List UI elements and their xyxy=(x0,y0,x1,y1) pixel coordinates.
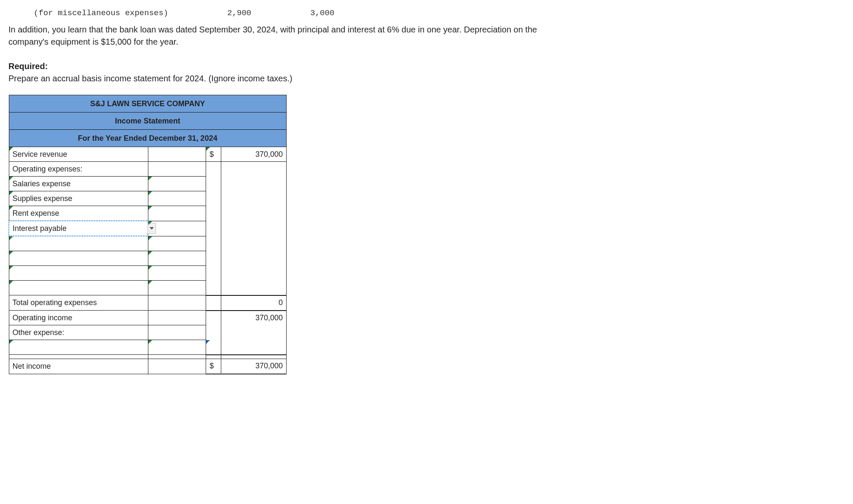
operating-income-value: 370,000 xyxy=(221,311,286,325)
income-statement-table: S&J LAWN SERVICE COMPANY Income Statemen… xyxy=(8,95,287,375)
supplies-value[interactable] xyxy=(148,191,206,206)
blank-value-3[interactable] xyxy=(148,266,206,281)
currency-symbol: $ xyxy=(206,147,221,162)
row-operating-income: Operating income xyxy=(9,311,148,325)
row-blank-4[interactable] xyxy=(9,281,148,295)
row-rent-expense[interactable]: Rent expense xyxy=(9,206,148,221)
row-blank-2[interactable] xyxy=(9,251,148,266)
blank-value-2[interactable] xyxy=(148,251,206,266)
row-service-revenue[interactable]: Service revenue xyxy=(9,147,148,162)
problem-text: In addition, you learn that the bank loa… xyxy=(8,24,556,85)
period-title: For the Year Ended December 31, 2024 xyxy=(9,130,287,147)
other-blank-value[interactable] xyxy=(148,340,206,355)
salaries-value[interactable] xyxy=(148,177,206,191)
row-operating-expenses-header: Operating expenses: xyxy=(9,162,148,177)
currency-symbol: $ xyxy=(206,359,221,374)
statement-title: Income Statement xyxy=(9,113,287,130)
interest-value[interactable] xyxy=(148,221,206,236)
row-blank-3[interactable] xyxy=(9,266,148,281)
net-income-value: 370,000 xyxy=(221,359,286,374)
cutoff-fragment: (for miscellaneous expenses) 2,900 3,000 xyxy=(8,8,845,18)
row-total-operating-expenses: Total operating expenses xyxy=(9,295,148,311)
blank-value-1[interactable] xyxy=(148,236,206,251)
row-other-blank[interactable] xyxy=(9,340,148,355)
row-net-income: Net income xyxy=(9,359,148,374)
service-revenue-value[interactable]: 370,000 xyxy=(221,147,286,162)
row-supplies-expense[interactable]: Supplies expense xyxy=(9,191,148,206)
total-operating-value: 0 xyxy=(221,295,286,311)
company-title: S&J LAWN SERVICE COMPANY xyxy=(9,95,287,113)
row-interest-payable-dropdown[interactable]: Interest payable xyxy=(9,221,148,236)
row-blank-1[interactable] xyxy=(9,236,148,251)
blank-value-4[interactable] xyxy=(148,281,206,295)
row-other-expense-header: Other expense: xyxy=(9,325,148,340)
rent-value[interactable] xyxy=(148,206,206,221)
row-salaries-expense[interactable]: Salaries expense xyxy=(9,177,148,191)
